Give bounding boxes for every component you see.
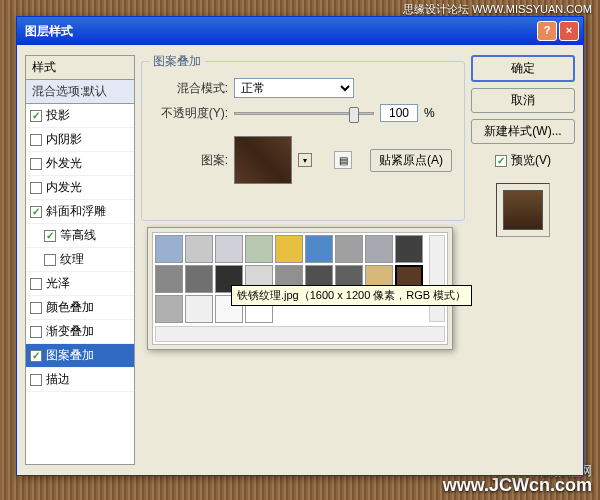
pattern-dropdown-icon[interactable]: ▾	[298, 153, 312, 167]
style-item[interactable]: 描边	[26, 368, 134, 392]
style-checkbox[interactable]: ✓	[44, 230, 56, 242]
scrollbar-vertical[interactable]	[429, 235, 445, 322]
style-item[interactable]: ✓图案叠加	[26, 344, 134, 368]
pattern-swatch[interactable]	[155, 265, 183, 293]
snap-origin-button[interactable]: 贴紧原点(A)	[370, 149, 452, 172]
style-item[interactable]: ✓投影	[26, 104, 134, 128]
blend-options-default[interactable]: 混合选项:默认	[26, 80, 134, 104]
close-button[interactable]: ×	[559, 21, 579, 41]
styles-header[interactable]: 样式	[26, 56, 134, 80]
right-column: 确定 取消 新建样式(W)... ✓ 预览(V)	[471, 55, 575, 465]
opacity-label: 不透明度(Y):	[150, 105, 228, 122]
new-pattern-icon[interactable]: ▤	[334, 151, 352, 169]
style-checkbox[interactable]: ✓	[30, 206, 42, 218]
opacity-slider[interactable]	[234, 112, 374, 115]
pattern-swatch[interactable]	[335, 235, 363, 263]
main-panel: 图案叠加 图案 混合模式: 正常 不透明度(Y): % 图案: ▾	[141, 55, 465, 465]
style-label: 外发光	[46, 155, 82, 172]
style-label: 图案叠加	[46, 347, 94, 364]
style-label: 等高线	[60, 227, 96, 244]
pattern-swatch[interactable]	[185, 265, 213, 293]
pattern-swatch[interactable]	[185, 235, 213, 263]
style-item[interactable]: 渐变叠加	[26, 320, 134, 344]
pattern-swatch[interactable]	[395, 235, 423, 263]
style-label: 投影	[46, 107, 70, 124]
style-checkbox[interactable]	[30, 326, 42, 338]
style-item[interactable]: 内发光	[26, 176, 134, 200]
style-item[interactable]: 纹理	[26, 248, 134, 272]
style-item[interactable]: 颜色叠加	[26, 296, 134, 320]
pattern-swatch[interactable]	[305, 235, 333, 263]
titlebar[interactable]: 图层样式 ? ×	[17, 17, 583, 45]
cancel-button[interactable]: 取消	[471, 88, 575, 113]
styles-list: 样式 混合选项:默认 ✓投影内阴影外发光内发光✓斜面和浮雕✓等高线纹理光泽颜色叠…	[25, 55, 135, 465]
opacity-input[interactable]	[380, 104, 418, 122]
pattern-swatch[interactable]	[275, 235, 303, 263]
style-checkbox[interactable]	[44, 254, 56, 266]
new-style-button[interactable]: 新建样式(W)...	[471, 119, 575, 144]
help-button[interactable]: ?	[537, 21, 557, 41]
style-label: 纹理	[60, 251, 84, 268]
style-label: 颜色叠加	[46, 299, 94, 316]
style-checkbox[interactable]	[30, 134, 42, 146]
style-checkbox[interactable]: ✓	[30, 110, 42, 122]
style-label: 光泽	[46, 275, 70, 292]
style-checkbox[interactable]	[30, 158, 42, 170]
pattern-tooltip: 铁锈纹理.jpg（1600 x 1200 像素，RGB 模式）	[231, 285, 472, 306]
style-item[interactable]: ✓等高线	[26, 224, 134, 248]
ok-button[interactable]: 确定	[471, 55, 575, 82]
pattern-label: 图案:	[150, 152, 228, 169]
watermark-top: 思缘设计论坛 WWW.MISSYUAN.COM	[403, 2, 592, 17]
pattern-swatch[interactable]	[365, 235, 393, 263]
preview-label: 预览(V)	[511, 152, 551, 169]
pattern-swatch[interactable]	[155, 235, 183, 263]
blend-mode-label: 混合模式:	[150, 80, 228, 97]
style-checkbox[interactable]	[30, 302, 42, 314]
style-label: 内发光	[46, 179, 82, 196]
layer-style-dialog: 图层样式 ? × 样式 混合选项:默认 ✓投影内阴影外发光内发光✓斜面和浮雕✓等…	[16, 16, 584, 476]
style-item[interactable]: 外发光	[26, 152, 134, 176]
style-checkbox[interactable]	[30, 182, 42, 194]
style-label: 斜面和浮雕	[46, 203, 106, 220]
scrollbar-horizontal[interactable]	[155, 326, 445, 342]
pattern-swatch[interactable]	[155, 295, 183, 323]
style-label: 内阴影	[46, 131, 82, 148]
style-item[interactable]: 光泽	[26, 272, 134, 296]
style-item[interactable]: 内阴影	[26, 128, 134, 152]
style-checkbox[interactable]: ✓	[30, 350, 42, 362]
section-title: 图案叠加	[149, 53, 205, 70]
pattern-swatch[interactable]	[245, 235, 273, 263]
style-checkbox[interactable]	[30, 374, 42, 386]
style-item[interactable]: ✓斜面和浮雕	[26, 200, 134, 224]
dialog-title: 图层样式	[25, 23, 535, 40]
preview-thumbnail	[496, 183, 550, 237]
style-label: 描边	[46, 371, 70, 388]
watermark-bottom-url: www.JCWcn.com	[443, 475, 592, 496]
blend-mode-select[interactable]: 正常	[234, 78, 354, 98]
preview-checkbox[interactable]: ✓	[495, 155, 507, 167]
pattern-preview[interactable]	[234, 136, 292, 184]
pattern-swatch[interactable]	[185, 295, 213, 323]
style-checkbox[interactable]	[30, 278, 42, 290]
pattern-swatch[interactable]	[215, 235, 243, 263]
style-label: 渐变叠加	[46, 323, 94, 340]
opacity-unit: %	[424, 106, 435, 120]
